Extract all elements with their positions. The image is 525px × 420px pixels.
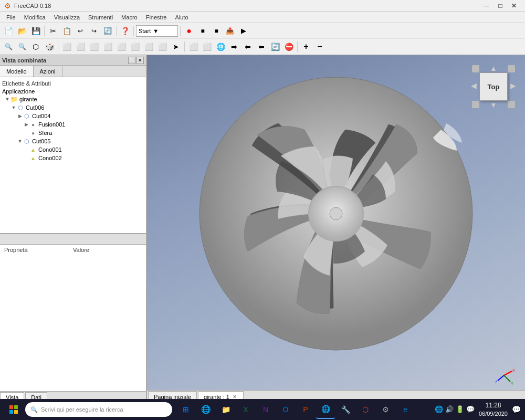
panel-float-btn[interactable]: ⬜ (128, 57, 135, 64)
tree-item-cut005[interactable]: ▼ ⬡ Cut005 (2, 137, 144, 145)
tree-item-cut006[interactable]: ▼ ⬡ Cut006 (2, 103, 144, 112)
taskbar-explorer[interactable]: 📁 (216, 400, 235, 419)
systray-network[interactable]: 🌐 (435, 405, 443, 414)
tb-draw-style[interactable]: ⬡ (29, 40, 42, 53)
menu-strumenti[interactable]: Strumenti (84, 12, 117, 23)
tb-refresh[interactable]: 🔄 (101, 25, 114, 37)
menu-aiuto[interactable]: Aiuto (171, 12, 192, 23)
nav-corner-tl[interactable] (472, 65, 479, 72)
tb-view-bottom[interactable]: ⬜ (142, 40, 155, 53)
start-button[interactable] (4, 400, 23, 419)
tb-play[interactable]: ▶ (237, 25, 250, 37)
tb-stop3[interactable]: ⛔ (282, 40, 295, 53)
tree-item-girante[interactable]: ▼ 📁 girante (2, 95, 144, 103)
tb-view-rear[interactable]: ⬜ (115, 40, 128, 53)
nav-arrow-right[interactable]: ▶ (510, 81, 516, 90)
tree-item-cono002[interactable]: ▲ Cono002 (2, 154, 144, 162)
tree-item-sfera[interactable]: ● Sfera (2, 129, 144, 137)
menu-macro[interactable]: Macro (117, 12, 142, 23)
systray-battery[interactable]: 🔋 (456, 405, 464, 414)
tb-sep-2 (116, 26, 117, 36)
tb-view-arrow[interactable]: ➤ (170, 40, 182, 53)
tb-cut[interactable]: ✂ (47, 25, 59, 37)
tb-nav[interactable]: ➡ (228, 40, 240, 53)
taskbar-notif[interactable]: 💬 (512, 405, 521, 414)
tb-view-front[interactable]: ⬜ (74, 40, 87, 53)
tb-bbox[interactable]: ⬜ (187, 40, 200, 53)
tb-view-left[interactable]: ⬜ (129, 40, 141, 53)
tab-azioni[interactable]: Azioni (34, 66, 62, 77)
tb-stop[interactable]: ■ (196, 25, 209, 37)
tb-clip[interactable]: ⬜ (201, 40, 213, 53)
menu-modifica[interactable]: Modifica (20, 12, 50, 23)
tb-run-red[interactable]: ● (183, 25, 195, 37)
nav-corner-br[interactable] (508, 101, 515, 108)
systray-sound[interactable]: 🔊 (445, 405, 454, 414)
systray-msg[interactable]: 💬 (466, 405, 475, 414)
tb-view-iso[interactable]: ⬜ (156, 40, 169, 53)
tb-zoom-sel[interactable]: 🔍 (16, 40, 28, 53)
tb-view-right[interactable]: ⬜ (101, 40, 114, 53)
tb-undo[interactable]: ↩ (74, 25, 87, 37)
tree-section-label: Etichette & Attributi (2, 79, 144, 88)
taskbar-taskview[interactable]: ⊞ (176, 400, 195, 419)
taskbar-onenote[interactable]: N (256, 400, 275, 419)
taskbar-settings[interactable]: ⚙ (376, 400, 395, 419)
close-button[interactable]: ✕ (507, 1, 521, 11)
taskbar-edge[interactable]: 🌐 (196, 400, 215, 419)
app-title: FreeCAD 0.18 (14, 3, 51, 9)
tab-azioni-label: Azioni (40, 68, 56, 75)
workbench-dropdown[interactable]: Start ▼ (136, 25, 178, 37)
taskbar-app6[interactable]: 🔧 (336, 400, 355, 419)
nav-arrow-bottom[interactable]: ▼ (490, 101, 497, 109)
tb-open[interactable]: 📂 (16, 25, 28, 37)
tb-zoom-fit[interactable]: 🔍 (2, 40, 15, 53)
viewport[interactable]: ▲ ▼ ◀ ▶ Top X Y Z Pa (147, 55, 525, 402)
tree-arrow-cut006: ▼ (10, 105, 17, 110)
taskbar-powerpoint[interactable]: P (296, 400, 315, 419)
nav-arrow-top[interactable]: ▲ (490, 64, 497, 72)
tab-modello[interactable]: Modello (0, 66, 34, 77)
tb-help[interactable]: ❓ (119, 25, 131, 37)
tb-view-home[interactable]: ⬜ (60, 40, 73, 53)
menu-visualizza[interactable]: Visualizza (50, 12, 84, 23)
tree-item-fusion001[interactable]: ▶ ● Fusion001 (2, 120, 144, 129)
minimize-button[interactable]: ─ (480, 1, 494, 11)
taskbar-clock[interactable]: 11:28 06/09/2020 (479, 402, 508, 417)
tb-stop2[interactable]: ■ (210, 25, 223, 37)
cut005-icon: ⬡ (23, 138, 30, 145)
taskbar-outlook[interactable]: O (276, 400, 295, 419)
tb-globe[interactable]: 🌐 (214, 40, 227, 53)
tb-redo[interactable]: ↪ (88, 25, 100, 37)
taskbar-edge2[interactable]: e (396, 400, 415, 419)
taskbar-excel[interactable]: X (236, 400, 255, 419)
nav-cube-face-top[interactable]: Top (479, 72, 508, 101)
tb-new[interactable]: 📄 (2, 25, 15, 37)
nav-corner-tr[interactable] (508, 65, 515, 72)
tree-arrow-sfera (23, 130, 29, 135)
maximize-button[interactable]: □ (494, 1, 507, 11)
tb-zoom-out[interactable]: − (313, 40, 326, 53)
properties-header (0, 234, 146, 245)
tb-sync-sel[interactable]: ⬅ (255, 40, 268, 53)
tree-item-cut004[interactable]: ▶ ⬡ Cut004 (2, 112, 144, 120)
taskbar-chrome[interactable]: 🌐 (316, 400, 335, 419)
tree-item-cono001[interactable]: ▲ Cono001 (2, 145, 144, 154)
nav-cube[interactable]: ▲ ▼ ◀ ▶ Top (470, 63, 517, 110)
taskbar-app7[interactable]: ⬡ (356, 400, 375, 419)
tb-export[interactable]: 📤 (224, 25, 236, 37)
tb-zoom-in[interactable]: + (300, 40, 312, 53)
panel-close-btn[interactable]: ✕ (136, 57, 144, 64)
nav-arrow-left[interactable]: ◀ (471, 81, 477, 90)
tb-save[interactable]: 💾 (29, 25, 42, 37)
menu-finestre[interactable]: Finestre (142, 12, 171, 23)
nav-corner-bl[interactable] (472, 101, 479, 108)
menu-file[interactable]: File (2, 12, 20, 23)
tb-copy[interactable]: 📋 (60, 25, 73, 37)
toolbar-area: 📄 📂 💾 ✂ 📋 ↩ ↪ 🔄 ❓ Start ▼ ● ■ ■ 📤 ▶ 🔍 🔍 … (0, 23, 525, 55)
taskbar-search-bar[interactable]: 🔍 Scrivi qui per eseguire la ricerca (25, 402, 172, 417)
tb-sync-cam[interactable]: ⬅ (242, 40, 254, 53)
tb-view-top[interactable]: ⬜ (88, 40, 100, 53)
tb-sync[interactable]: 🔄 (269, 40, 281, 53)
tb-persp[interactable]: 🎲 (43, 40, 56, 53)
